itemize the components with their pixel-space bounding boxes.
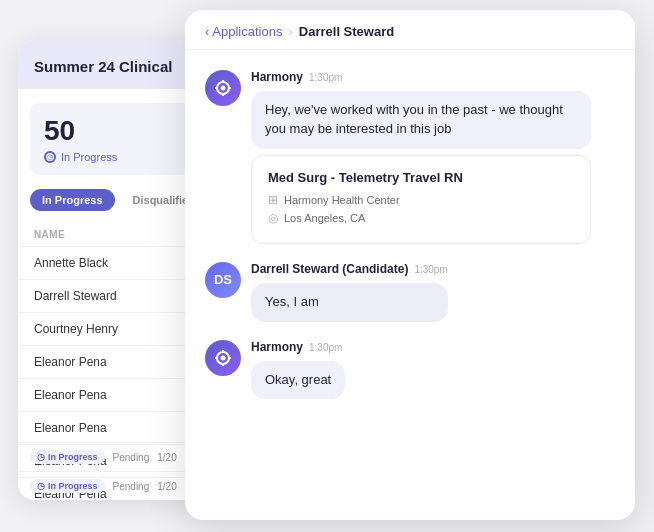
pending-label: Pending (113, 452, 150, 463)
svg-point-7 (221, 355, 226, 360)
message-bubble: Okay, great (251, 361, 345, 400)
pending-label: Pending (113, 481, 150, 492)
status-pill-icon: ◷ (37, 452, 45, 462)
message-meta: Harmony 1:30pm (251, 340, 345, 354)
avatar (205, 70, 241, 106)
status-pill: ◷ In Progress (30, 450, 105, 464)
status-label: In Progress (61, 151, 117, 163)
count-label: 1/20 (157, 481, 176, 492)
message-meta: Darrell Steward (Candidate) 1:30pm (251, 262, 448, 276)
breadcrumb-back[interactable]: ‹ Applications (205, 24, 282, 39)
avatar: DS (205, 262, 241, 298)
message-bubble: Yes, I am (251, 283, 448, 322)
avatar-initials: DS (214, 272, 232, 287)
breadcrumb-separator: › (288, 24, 292, 39)
job-card: Med Surg - Telemetry Travel RN ⊞ Harmony… (251, 155, 591, 244)
message-sender: Harmony (251, 340, 303, 354)
count-label: 1/20 (157, 452, 176, 463)
building-icon: ⊞ (268, 193, 278, 207)
job-location: ◎ Los Angeles, CA (268, 211, 574, 225)
job-title: Med Surg - Telemetry Travel RN (268, 170, 574, 185)
job-location-text: Los Angeles, CA (284, 212, 365, 224)
breadcrumb-back-label[interactable]: Applications (212, 24, 282, 39)
message-time: 1:30pm (309, 342, 342, 353)
chat-header: ‹ Applications › Darrell Steward (185, 10, 635, 50)
svg-point-1 (221, 86, 226, 91)
chat-panel: ‹ Applications › Darrell Steward Harmon (185, 10, 635, 520)
message-content: Darrell Steward (Candidate) 1:30pm Yes, … (251, 262, 448, 322)
status-pill: ◷ In Progress (30, 479, 105, 493)
chat-body: Harmony 1:30pm Hey, we've worked with yo… (185, 50, 635, 520)
tab-in-progress[interactable]: In Progress (30, 189, 115, 211)
message-meta: Harmony 1:30pm (251, 70, 591, 84)
status-pill-label: In Progress (48, 452, 98, 462)
message-time: 1:30pm (309, 72, 342, 83)
message-row: Harmony 1:30pm Okay, great (205, 340, 615, 400)
status-icon: ◷ (44, 151, 56, 163)
back-arrow-icon: ‹ (205, 24, 209, 39)
message-content: Harmony 1:30pm Hey, we've worked with yo… (251, 70, 591, 244)
breadcrumb-current: Darrell Steward (299, 24, 394, 39)
message-row: Harmony 1:30pm Hey, we've worked with yo… (205, 70, 615, 244)
status-pill-icon: ◷ (37, 481, 45, 491)
job-facility-text: Harmony Health Center (284, 194, 400, 206)
job-facility: ⊞ Harmony Health Center (268, 193, 574, 207)
status-pill-label: In Progress (48, 481, 98, 491)
avatar (205, 340, 241, 376)
message-bubble: Hey, we've worked with you in the past -… (251, 91, 591, 149)
message-sender: Harmony (251, 70, 303, 84)
message-sender: Darrell Steward (Candidate) (251, 262, 408, 276)
message-content: Harmony 1:30pm Okay, great (251, 340, 345, 400)
message-row: DS Darrell Steward (Candidate) 1:30pm Ye… (205, 262, 615, 322)
location-icon: ◎ (268, 211, 278, 225)
message-time: 1:30pm (414, 264, 447, 275)
